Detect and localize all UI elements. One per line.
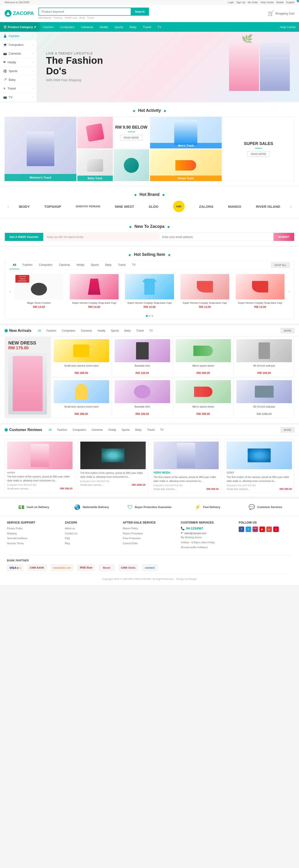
hs-item-1[interactable]: The only Official Distributor Magic Snow…: [13, 272, 65, 310]
brand-aldo[interactable]: ALDO: [149, 205, 158, 209]
nav-item-sports[interactable]: Sports: [111, 22, 127, 32]
na-item-7[interactable]: Men's sports shoes RM 399.00: [173, 378, 234, 418]
sidebar-item-tv[interactable]: 📺 TV ›: [0, 93, 37, 102]
hs-tab-tv[interactable]: TV: [129, 261, 139, 269]
na-tab-healty[interactable]: Healty: [95, 328, 108, 333]
na-featured-item[interactable]: NEW DRESS RM 179.00: [5, 337, 51, 418]
myorder-link[interactable]: My Order: [248, 1, 258, 4]
mobile-link[interactable]: Mobile: [276, 1, 284, 4]
na-more-btn[interactable]: MORE: [281, 328, 294, 333]
hs-tab-travel[interactable]: Travel: [115, 261, 129, 269]
hs-item-3[interactable]: Super Heroes Cosplay Snap-back Cap/ RM 1…: [123, 272, 176, 310]
cr-item-2[interactable]: The first motion of the camera, priced a…: [78, 439, 148, 493]
na-tab-sports[interactable]: Sports: [108, 328, 122, 333]
search-travel[interactable]: Travel: [87, 16, 94, 19]
youtube-icon[interactable]: ▶: [260, 527, 265, 532]
nav-item-healty[interactable]: Healty: [96, 22, 111, 32]
hs-tab-all[interactable]: All: [9, 261, 19, 269]
brand-mango[interactable]: MANGO: [228, 205, 241, 209]
na-item-4[interactable]: 90 24-inch suitcase RM 349.00: [234, 337, 294, 377]
brand-ninewest[interactable]: NINE WEST: [115, 205, 134, 209]
login-link[interactable]: Login: [228, 1, 234, 4]
hs-tab-cameras[interactable]: Cameras: [56, 261, 73, 269]
hs-tab-healty[interactable]: Healty: [73, 261, 87, 269]
instagram-icon[interactable]: 📷: [252, 527, 258, 532]
voucher-btn[interactable]: Get A RM20 Voucher: [5, 233, 43, 241]
nav-item-computers[interactable]: Computers: [57, 22, 78, 32]
hs-dot-1[interactable]: [146, 315, 148, 317]
hs-dot-3[interactable]: [151, 315, 153, 317]
cr-tab-healty[interactable]: Healty: [106, 427, 119, 432]
twitter-icon[interactable]: t: [246, 527, 251, 532]
footer-faq[interactable]: FAQ: [65, 536, 118, 540]
activity-card-extra[interactable]: [114, 149, 149, 181]
cr-tab-tv[interactable]: TV: [157, 427, 167, 432]
footer-privacy[interactable]: Privacy Policy: [7, 527, 60, 531]
na-item-5[interactable]: Small ants camera move-ment RM 399.00: [51, 378, 112, 418]
footer-voucher-terms[interactable]: Voucher Terms: [7, 541, 60, 546]
na-item-6[interactable]: Baseball shirt RM 168.00: [112, 378, 173, 418]
shop-all-button[interactable]: SHOP ALL: [271, 262, 290, 268]
cart-area[interactable]: 🛒 Shopping Cart 0: [268, 10, 294, 16]
footer-terms[interactable]: Terms&Conditions: [7, 536, 60, 540]
footer-shipping[interactable]: Shipping: [7, 532, 60, 536]
nav-item-cameras[interactable]: Cameras: [78, 22, 96, 32]
brand-river-island[interactable]: RIVER ISLAND: [256, 205, 280, 209]
pinterest-icon[interactable]: p: [273, 527, 279, 532]
hs-tab-computers[interactable]: Computers: [36, 261, 56, 269]
brand-rubi[interactable]: rubi: [173, 201, 185, 212]
activity-card-super-sales[interactable]: SUPER SALES READ MORE: [222, 117, 294, 181]
sidebar-item-healty[interactable]: ❤ Healty ›: [0, 58, 37, 67]
nav-item-baby[interactable]: Baby: [126, 22, 140, 32]
cr-more-btn[interactable]: MORE: [281, 427, 294, 432]
hs-tab-baby[interactable]: Baby: [102, 261, 115, 269]
na-item-2[interactable]: Baseball shirt RM 129.00: [112, 337, 173, 377]
brand-prev-btn[interactable]: ‹: [5, 202, 11, 211]
cr-tab-sports[interactable]: Sports: [119, 427, 132, 432]
submit-button[interactable]: SUBMIT: [273, 233, 294, 241]
hs-item-4[interactable]: Super Heroes Cosplay Snap-back Cap/ RM 1…: [179, 272, 231, 310]
cr-item-4[interactable]: SONY The first motion of the camera, pri…: [224, 439, 294, 493]
cr-item-1[interactable]: ashley The first motion of the camera, p…: [5, 439, 75, 493]
sidebar-item-computers[interactable]: 💻 Computers ›: [0, 40, 37, 49]
cr-tab-all[interactable]: All: [46, 427, 54, 432]
na-tab-baby[interactable]: Baby: [122, 328, 133, 333]
na-tab-cameras[interactable]: Cameras: [78, 328, 95, 333]
sidebar-item-cameras[interactable]: 📷 Cameras ›: [0, 49, 37, 58]
activity-card-shoes[interactable]: Shoes Track: [150, 149, 222, 181]
language-link[interactable]: English: [286, 1, 294, 4]
nav-item-travel[interactable]: Travel: [140, 22, 154, 32]
sidebar-item-travel[interactable]: ✈ Travel ›: [0, 84, 37, 93]
googleplus-icon[interactable]: g+: [266, 527, 272, 532]
sidebar-item-sports[interactable]: ⚽ Sports ›: [0, 67, 37, 75]
na-tab-fashion[interactable]: Fashion: [44, 328, 59, 333]
nav-item-tv[interactable]: TV: [154, 22, 165, 32]
facebook-icon[interactable]: f: [239, 527, 244, 532]
search-health[interactable]: Health care: [65, 16, 78, 19]
read-more-btn-1[interactable]: READ MORE: [120, 135, 143, 141]
cr-tab-computers[interactable]: Computers: [70, 427, 89, 432]
na-tab-travel[interactable]: Travel: [133, 328, 147, 333]
activity-card-baby[interactable]: Baby Track: [77, 149, 113, 181]
hs-tab-sports[interactable]: Sports: [87, 261, 102, 269]
cr-tab-baby[interactable]: Baby: [132, 427, 144, 432]
na-item-3[interactable]: Men's sports shoes RM 299.00: [173, 337, 234, 377]
nav-item-help[interactable]: Help Center: [277, 22, 299, 32]
footer-contact[interactable]: Contact Us: [65, 532, 118, 536]
hero-banner[interactable]: LIVE A TRENDY LIFESTYLE The Fashion Do's…: [37, 32, 299, 102]
search-input[interactable]: [38, 8, 131, 16]
nav-category-toggle[interactable]: ☰ Product Category ▾: [0, 22, 39, 32]
email-input[interactable]: [159, 233, 273, 241]
na-tab-all[interactable]: All: [35, 328, 43, 333]
help-link[interactable]: Help Center: [261, 1, 274, 4]
search-book[interactable]: Book: [80, 16, 85, 19]
activity-card-bags[interactable]: [77, 117, 113, 148]
footer-blog[interactable]: Blog: [65, 541, 118, 546]
na-item-8[interactable]: 90 24-inch suitcase RM 1288.00: [234, 378, 294, 418]
signup-link[interactable]: Sign Up: [236, 1, 245, 4]
cr-tab-fashion[interactable]: Fashion: [55, 427, 70, 432]
nav-item-fashion[interactable]: Fashion: [39, 22, 57, 32]
search-fashion[interactable]: Fashion: [54, 16, 63, 19]
brand-topshop[interactable]: TOPSHOP: [44, 205, 61, 209]
sidebar-item-fashion[interactable]: 👗 Fashion ›: [0, 32, 37, 40]
